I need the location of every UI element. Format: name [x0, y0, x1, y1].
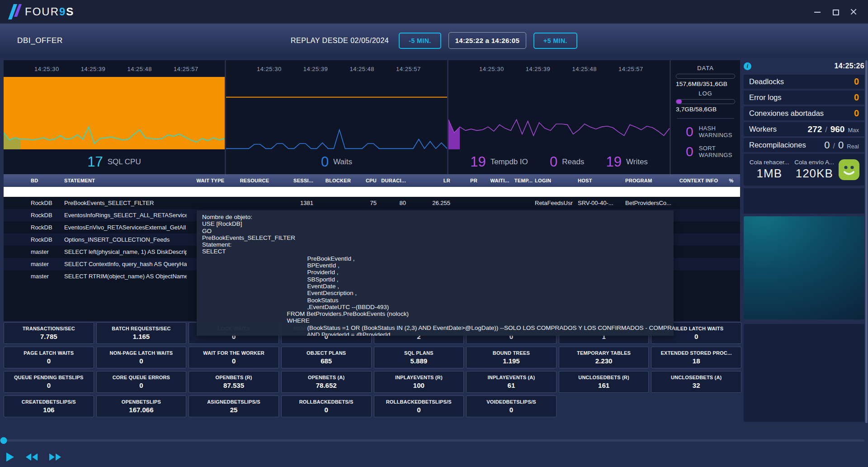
column-header-blocker[interactable]: BLOCKER [322, 178, 354, 183]
waits-caption: 0 Waits [226, 149, 447, 174]
metric-tile: UNCLOSEDBETS (R)161 [559, 371, 649, 393]
recompiles-real: 0 [838, 139, 844, 151]
time-range-button[interactable]: 14:25:22 a 14:26:05 [448, 32, 526, 49]
tile-row: QUEUE PENDING BETSLIPS0CORE QUEUE ERRORS… [4, 371, 741, 393]
column-header-login[interactable]: LOGIN [535, 178, 578, 183]
metric-label: FAILED LATCH WAITS [669, 326, 723, 331]
metric-tile: CORE QUEUE ERRORS0 [96, 371, 187, 393]
sql-text-line: BPEventId , [202, 262, 674, 269]
column-header-statement[interactable]: STATEMENT [53, 178, 187, 183]
info-icon[interactable]: i [744, 62, 751, 70]
column-header-bd[interactable]: BD [4, 178, 53, 183]
column-header-waiti-[interactable]: WAITI... [487, 178, 512, 183]
metric-value: 0 [139, 357, 143, 365]
sql-cpu-plot [4, 77, 225, 149]
rewind-button[interactable] [26, 453, 38, 461]
column-header-cpu[interactable]: CPU [354, 178, 381, 183]
sql-cpu-value: 17 [87, 154, 103, 170]
metric-value: 1.195 [503, 357, 520, 365]
sql-text-line: WHERE [202, 317, 674, 324]
column-header-pr[interactable]: PR [460, 178, 487, 183]
metric-tiles: TRANSACTIONS/SEC7.785BATCH REQUESTS/SEC1… [4, 322, 741, 417]
column-header-wait-type[interactable]: WAIT TYPE [187, 178, 234, 183]
timeline-thumb[interactable] [0, 437, 7, 444]
replay-timeline[interactable] [4, 437, 864, 444]
metric-label: OPENBETS (R) [215, 375, 252, 380]
column-header-duraci-[interactable]: DURACI... [381, 178, 415, 183]
metric-tile: NON-PAGE LATCH WAITS0 [96, 347, 187, 368]
cell: SRV-00-40-... [578, 200, 625, 206]
storage-panel: DATA 157,6MB/351,6GB LOG 3,7GB/58,6GB 0 … [671, 60, 740, 174]
column-header-resource[interactable]: RESOURCE [234, 178, 275, 183]
tempdb-caption: 19 Tempdb IO 0 Reads 19 Writes [448, 149, 670, 174]
send-queue: Cola envío A... 120KB [793, 159, 836, 181]
column-header-host[interactable]: HOST [578, 178, 625, 183]
sql-text-line: USE [RockDB] [202, 220, 674, 227]
column-header-sessi-[interactable]: SESSI... [275, 178, 322, 183]
sql-text-line: Nombre de objeto: [202, 214, 674, 220]
sql-statement-tooltip: Nombre de objeto:USE [RockDB]GOPreBookEv… [197, 210, 674, 336]
writes-value: 19 [606, 154, 622, 170]
sql-text-line: BookStatus [202, 297, 674, 304]
metric-label: INPLAYEVENTS (R) [395, 375, 443, 380]
table-row[interactable]: RockDBPreBookEvents_SELECT_FILTER1381758… [4, 197, 740, 209]
cell: 80 [381, 200, 415, 206]
play-button[interactable] [6, 453, 14, 462]
timeline-track[interactable] [4, 439, 864, 442]
metric-value: 2.230 [595, 357, 613, 365]
close-icon[interactable] [850, 8, 857, 15]
cell: RockDB [4, 212, 53, 219]
metric-label: VOIDEDBETSLIPS/S [486, 399, 536, 405]
column-header-lr[interactable]: LR [415, 178, 460, 183]
metric-value: 0 [47, 357, 51, 365]
metric-label: INPLAYEVENTS (A) [488, 375, 535, 380]
column-header-program[interactable]: PROGRAM [625, 178, 675, 183]
sql-text-line: EventDate , [202, 283, 674, 290]
stat-value: 0 [854, 92, 859, 103]
time-tick: 14:25:48 [349, 66, 374, 72]
stat-row: Conexiones abortadas0 [744, 106, 864, 120]
maximize-icon[interactable] [832, 8, 839, 15]
sql-cpu-chart-panel: 14:25:3014:25:3914:25:4814:25:57 17 SQL … [4, 60, 225, 174]
cell: RockDB [4, 236, 53, 243]
log-files-label: LOG [676, 90, 735, 97]
tempdb-io-chart-panel: 14:25:3014:25:3914:25:4814:25:57 19 Temp… [448, 60, 670, 174]
minimize-icon[interactable] [814, 8, 821, 15]
column-header--[interactable]: % [722, 178, 740, 183]
metric-value: 100 [413, 381, 425, 389]
column-header-context-info[interactable]: CONTEXT INFO [675, 178, 722, 183]
workers-separator: / [825, 126, 827, 134]
tempdb-io-metric: 19 Tempdb IO [470, 154, 528, 170]
metric-tile: SQL PLANS5.889 [374, 347, 464, 368]
stat-label: Conexiones abortadas [749, 109, 824, 118]
metric-label: ASIGNEDBETSLIPS/S [207, 399, 260, 405]
cell: master [4, 261, 53, 267]
fast-forward-button[interactable] [49, 453, 61, 461]
log-usage-bar [676, 99, 735, 104]
plus-5-min-button[interactable]: +5 MIN. [533, 33, 577, 49]
replay-controls: REPLAY DESDE 02/05/2024 -5 MIN. 14:25:22… [291, 24, 577, 57]
playback-controls [6, 453, 61, 462]
four9s-monitoring-app: FOUR9S DBI_OFFER REPLAY DESDE 02/05/2024… [0, 0, 868, 467]
scrollbar[interactable] [865, 60, 868, 423]
minus-5-min-button[interactable]: -5 MIN. [399, 33, 441, 49]
metric-value: 0 [417, 406, 420, 414]
time-axis: 14:25:3014:25:3914:25:4814:25:57 [226, 60, 447, 77]
metric-tile: OPENBETS (R)87.535 [189, 371, 279, 393]
sort-warnings-value: 0 [686, 144, 693, 159]
redo-queue-value: 1MB [748, 167, 791, 181]
metric-value: 0 [325, 406, 328, 414]
table-header: BDSTATEMENTWAIT TYPERESOURCESESSI...BLOC… [4, 174, 740, 187]
metric-tile: EXTENDED STORED PROC...18 [651, 347, 741, 368]
metric-label: TEMPORARY TABLES [577, 350, 631, 356]
sql-cpu-caption: 17 SQL CPU [4, 149, 225, 174]
metric-label: CORE QUEUE ERRORS [113, 375, 170, 380]
metric-value: 161 [598, 381, 609, 389]
column-header-temp-[interactable]: TEMP... [512, 178, 535, 183]
metric-value: 0 [47, 381, 51, 389]
metric-value: 87.535 [223, 381, 244, 389]
metric-tile: TRANSACTIONS/SEC7.785 [4, 322, 94, 344]
waits-plot [226, 77, 447, 149]
selected-row[interactable] [4, 187, 740, 197]
metric-value: 61 [508, 381, 515, 389]
